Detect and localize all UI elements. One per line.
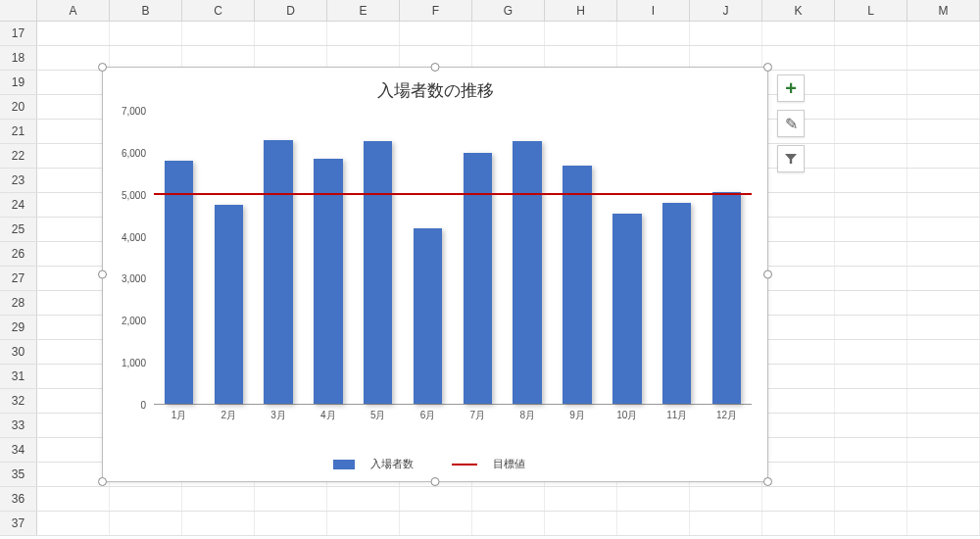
- chart-object[interactable]: 入場者数の推移 01,0002,0003,0004,0005,0006,0007…: [102, 67, 768, 482]
- cell[interactable]: [907, 22, 980, 45]
- cell[interactable]: [762, 46, 835, 70]
- column-header[interactable]: F: [400, 0, 472, 21]
- resize-handle-top-left[interactable]: [98, 63, 107, 72]
- cell[interactable]: [37, 438, 110, 462]
- cell[interactable]: [762, 463, 835, 486]
- bar[interactable]: [563, 166, 591, 404]
- cell[interactable]: [327, 487, 400, 511]
- column-header[interactable]: J: [690, 0, 762, 21]
- cell[interactable]: [762, 487, 835, 511]
- cell[interactable]: [110, 22, 182, 45]
- cell[interactable]: [617, 487, 690, 511]
- column-header[interactable]: H: [545, 0, 617, 21]
- row-header[interactable]: 20: [0, 95, 37, 119]
- row-header[interactable]: 33: [0, 414, 37, 437]
- cell[interactable]: [110, 512, 182, 535]
- row-header[interactable]: 18: [0, 46, 37, 70]
- legend-entry-bar[interactable]: 入場者数: [333, 458, 425, 469]
- cell[interactable]: [37, 120, 110, 143]
- row-header[interactable]: 24: [0, 193, 37, 217]
- resize-handle-top[interactable]: [431, 63, 440, 72]
- cell[interactable]: [835, 365, 907, 388]
- row-header[interactable]: 21: [0, 120, 37, 143]
- column-header[interactable]: L: [835, 0, 907, 21]
- cell[interactable]: [835, 22, 907, 45]
- cell[interactable]: [37, 291, 110, 315]
- chart-title[interactable]: 入場者数の推移: [103, 68, 767, 110]
- row-header[interactable]: 28: [0, 291, 37, 315]
- cell[interactable]: [835, 463, 907, 486]
- cell[interactable]: [690, 512, 762, 535]
- row-header[interactable]: 34: [0, 438, 37, 462]
- row-header[interactable]: 29: [0, 316, 37, 339]
- cell[interactable]: [835, 340, 907, 364]
- cell[interactable]: [762, 22, 835, 45]
- cell[interactable]: [762, 365, 835, 388]
- column-header[interactable]: E: [327, 0, 400, 21]
- cell[interactable]: [835, 144, 907, 168]
- cell[interactable]: [835, 267, 907, 290]
- cell[interactable]: [37, 144, 110, 168]
- cell[interactable]: [907, 267, 980, 290]
- cell[interactable]: [835, 95, 907, 119]
- cell[interactable]: [37, 365, 110, 388]
- cell[interactable]: [182, 22, 255, 45]
- cell[interactable]: [835, 389, 907, 413]
- cell[interactable]: [762, 389, 835, 413]
- cell[interactable]: [327, 512, 400, 535]
- bar[interactable]: [414, 228, 442, 404]
- bar[interactable]: [165, 161, 193, 404]
- cell[interactable]: [835, 169, 907, 192]
- cell[interactable]: [37, 316, 110, 339]
- column-header[interactable]: M: [907, 0, 980, 21]
- row-header[interactable]: 32: [0, 389, 37, 413]
- cell[interactable]: [762, 242, 835, 266]
- column-header[interactable]: I: [617, 0, 690, 21]
- cell[interactable]: [37, 169, 110, 192]
- legend[interactable]: 入場者数 目標値: [103, 457, 767, 471]
- cell[interactable]: [545, 487, 617, 511]
- bar[interactable]: [364, 141, 392, 404]
- cell[interactable]: [907, 120, 980, 143]
- cell[interactable]: [907, 218, 980, 241]
- column-header[interactable]: G: [472, 0, 545, 21]
- cell[interactable]: [472, 512, 545, 535]
- row-header[interactable]: 36: [0, 487, 37, 511]
- cell[interactable]: [835, 71, 907, 94]
- cell[interactable]: [907, 512, 980, 535]
- row-header[interactable]: 30: [0, 340, 37, 364]
- cell[interactable]: [762, 316, 835, 339]
- legend-entry-line[interactable]: 目標値: [452, 458, 537, 469]
- row-header[interactable]: 23: [0, 169, 37, 192]
- resize-handle-bottom-left[interactable]: [98, 477, 107, 486]
- column-header[interactable]: C: [182, 0, 255, 21]
- cell[interactable]: [907, 46, 980, 70]
- cell[interactable]: [762, 267, 835, 290]
- row-header[interactable]: 19: [0, 71, 37, 94]
- cell[interactable]: [907, 144, 980, 168]
- cell[interactable]: [37, 193, 110, 217]
- cell[interactable]: [37, 512, 110, 535]
- column-header[interactable]: K: [762, 0, 835, 21]
- cell[interactable]: [835, 414, 907, 437]
- chart-elements-button[interactable]: +: [777, 74, 805, 102]
- cell[interactable]: [907, 95, 980, 119]
- cell[interactable]: [182, 487, 255, 511]
- cell[interactable]: [907, 193, 980, 217]
- cell[interactable]: [907, 389, 980, 413]
- cell[interactable]: [37, 414, 110, 437]
- cell[interactable]: [907, 291, 980, 315]
- cell[interactable]: [907, 316, 980, 339]
- row-header[interactable]: 31: [0, 365, 37, 388]
- bar[interactable]: [264, 140, 292, 404]
- cell[interactable]: [835, 438, 907, 462]
- resize-handle-top-right[interactable]: [763, 63, 772, 72]
- resize-handle-bottom-right[interactable]: [763, 477, 772, 486]
- cell[interactable]: [907, 340, 980, 364]
- cell[interactable]: [37, 242, 110, 266]
- bar[interactable]: [662, 203, 691, 404]
- bar[interactable]: [215, 205, 243, 404]
- cell[interactable]: [400, 512, 472, 535]
- row-header[interactable]: 26: [0, 242, 37, 266]
- row-header[interactable]: 35: [0, 463, 37, 486]
